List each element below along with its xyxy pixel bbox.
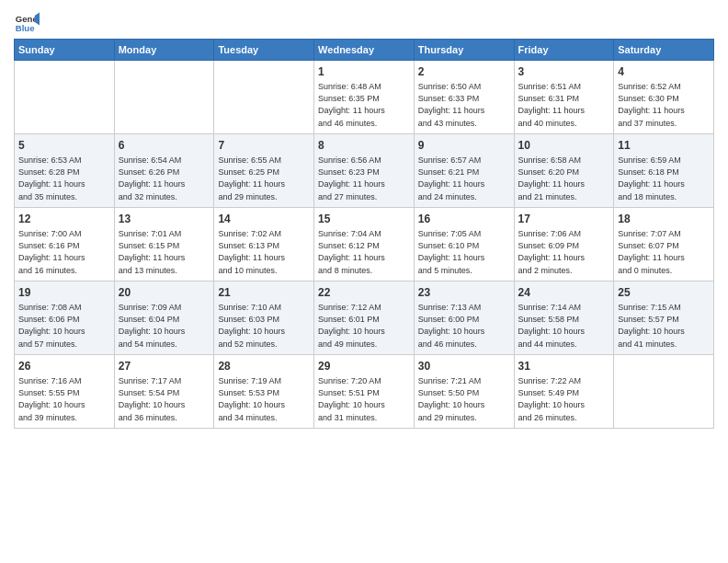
weekday-header-wednesday: Wednesday bbox=[314, 40, 415, 61]
day-cell: 31Sunrise: 7:22 AMSunset: 5:49 PMDayligh… bbox=[514, 355, 614, 429]
day-info: Sunrise: 7:02 AM bbox=[218, 228, 310, 240]
day-info: Sunset: 6:15 PM bbox=[119, 240, 210, 252]
day-info: and 29 minutes. bbox=[218, 191, 310, 203]
day-info: and 46 minutes. bbox=[418, 339, 510, 350]
day-cell: 15Sunrise: 7:04 AMSunset: 6:12 PMDayligh… bbox=[314, 208, 415, 282]
day-info: and 39 minutes. bbox=[18, 412, 110, 424]
day-info: Daylight: 10 hours bbox=[18, 399, 110, 411]
day-info: Daylight: 11 hours bbox=[418, 178, 510, 190]
day-cell: 11Sunrise: 6:59 AMSunset: 6:18 PMDayligh… bbox=[614, 134, 714, 208]
day-cell: 2Sunrise: 6:50 AMSunset: 6:33 PMDaylight… bbox=[414, 61, 514, 134]
logo: General Blue bbox=[14, 9, 40, 35]
day-number: 17 bbox=[518, 212, 610, 227]
day-info: and 2 minutes. bbox=[518, 265, 610, 277]
day-info: and 24 minutes. bbox=[418, 191, 510, 203]
day-info: Daylight: 10 hours bbox=[318, 326, 410, 338]
day-info: Sunrise: 7:19 AM bbox=[218, 375, 310, 387]
day-number: 7 bbox=[218, 138, 310, 154]
day-info: and 13 minutes. bbox=[119, 265, 210, 277]
day-info: Daylight: 10 hours bbox=[218, 326, 310, 338]
day-cell: 23Sunrise: 7:13 AMSunset: 6:00 PMDayligh… bbox=[414, 282, 514, 355]
day-number: 20 bbox=[119, 285, 210, 301]
day-info: and 36 minutes. bbox=[119, 412, 210, 424]
day-number: 24 bbox=[518, 285, 610, 301]
day-cell: 17Sunrise: 7:06 AMSunset: 6:09 PMDayligh… bbox=[514, 208, 614, 282]
day-number: 18 bbox=[618, 212, 710, 227]
day-info: and 5 minutes. bbox=[418, 265, 510, 277]
day-info: Sunrise: 7:09 AM bbox=[119, 302, 210, 314]
day-info: Daylight: 11 hours bbox=[618, 252, 710, 264]
weekday-header-sunday: Sunday bbox=[15, 40, 115, 61]
day-info: Daylight: 11 hours bbox=[318, 105, 410, 117]
day-info: Sunrise: 6:58 AM bbox=[518, 155, 610, 167]
day-info: and 46 minutes. bbox=[318, 118, 410, 130]
day-info: and 57 minutes. bbox=[18, 339, 110, 350]
day-number: 10 bbox=[518, 138, 610, 154]
day-number: 11 bbox=[618, 138, 710, 154]
day-info: Daylight: 10 hours bbox=[119, 326, 210, 338]
day-info: and 29 minutes. bbox=[418, 412, 510, 424]
day-number: 22 bbox=[318, 285, 410, 301]
calendar-container: General Blue SundayMondayTuesdayWednesda… bbox=[0, 0, 728, 433]
day-info: Sunrise: 7:04 AM bbox=[318, 228, 410, 240]
day-info: and 18 minutes. bbox=[618, 191, 710, 203]
day-cell: 8Sunrise: 6:56 AMSunset: 6:23 PMDaylight… bbox=[314, 134, 415, 208]
day-number: 19 bbox=[18, 285, 110, 301]
weekday-header-thursday: Thursday bbox=[414, 40, 514, 61]
day-info: Daylight: 10 hours bbox=[119, 399, 210, 411]
day-info: Sunset: 5:51 PM bbox=[318, 387, 410, 399]
day-info: Daylight: 11 hours bbox=[119, 178, 210, 190]
day-info: and 40 minutes. bbox=[518, 118, 610, 130]
day-info: Sunrise: 7:17 AM bbox=[119, 375, 210, 387]
day-number: 16 bbox=[418, 212, 510, 227]
day-info: Sunset: 5:55 PM bbox=[18, 387, 110, 399]
day-info: Sunset: 6:10 PM bbox=[418, 240, 510, 252]
day-info: Sunrise: 7:15 AM bbox=[618, 302, 710, 314]
day-info: Sunrise: 7:22 AM bbox=[518, 375, 610, 387]
day-info: Sunrise: 6:54 AM bbox=[119, 155, 210, 167]
day-info: Sunset: 5:50 PM bbox=[418, 387, 510, 399]
day-info: Sunset: 6:20 PM bbox=[518, 167, 610, 178]
day-cell: 18Sunrise: 7:07 AMSunset: 6:07 PMDayligh… bbox=[614, 208, 714, 282]
day-info: Daylight: 11 hours bbox=[218, 252, 310, 264]
day-number: 6 bbox=[119, 138, 210, 154]
day-cell: 3Sunrise: 6:51 AMSunset: 6:31 PMDaylight… bbox=[514, 61, 614, 134]
day-info: Daylight: 11 hours bbox=[518, 252, 610, 264]
day-info: Sunset: 6:04 PM bbox=[119, 314, 210, 326]
day-info: and 8 minutes. bbox=[318, 265, 410, 277]
day-info: Sunset: 6:26 PM bbox=[119, 167, 210, 178]
day-info: Daylight: 11 hours bbox=[318, 252, 410, 264]
weekday-header-saturday: Saturday bbox=[614, 40, 714, 61]
day-info: Daylight: 10 hours bbox=[618, 326, 710, 338]
weekday-header-row: SundayMondayTuesdayWednesdayThursdayFrid… bbox=[15, 40, 714, 61]
day-info: Daylight: 10 hours bbox=[218, 399, 310, 411]
day-info: Sunrise: 7:14 AM bbox=[518, 302, 610, 314]
day-info: Sunset: 6:03 PM bbox=[218, 314, 310, 326]
day-cell: 25Sunrise: 7:15 AMSunset: 5:57 PMDayligh… bbox=[614, 282, 714, 355]
weekday-header-friday: Friday bbox=[514, 40, 614, 61]
day-info: Sunrise: 7:07 AM bbox=[618, 228, 710, 240]
day-cell bbox=[214, 61, 314, 134]
day-info: Sunrise: 7:13 AM bbox=[418, 302, 510, 314]
day-info: Daylight: 11 hours bbox=[618, 178, 710, 190]
day-info: Sunset: 6:35 PM bbox=[318, 93, 410, 105]
day-info: Sunrise: 7:21 AM bbox=[418, 375, 510, 387]
day-info: and 49 minutes. bbox=[318, 339, 410, 350]
day-info: Daylight: 11 hours bbox=[618, 105, 710, 117]
day-number: 28 bbox=[218, 359, 310, 374]
day-info: Sunset: 5:58 PM bbox=[518, 314, 610, 326]
day-info: and 54 minutes. bbox=[119, 339, 210, 350]
day-info: Sunrise: 6:53 AM bbox=[18, 155, 110, 167]
day-info: Daylight: 11 hours bbox=[18, 252, 110, 264]
day-info: and 16 minutes. bbox=[18, 265, 110, 277]
day-info: and 32 minutes. bbox=[119, 191, 210, 203]
day-info: Sunrise: 6:51 AM bbox=[518, 81, 610, 93]
day-cell: 21Sunrise: 7:10 AMSunset: 6:03 PMDayligh… bbox=[214, 282, 314, 355]
day-info: Sunset: 5:49 PM bbox=[518, 387, 610, 399]
day-info: Daylight: 11 hours bbox=[418, 105, 510, 117]
day-info: Daylight: 11 hours bbox=[318, 178, 410, 190]
day-info: Daylight: 11 hours bbox=[119, 252, 210, 264]
day-info: Daylight: 11 hours bbox=[218, 178, 310, 190]
day-info: and 21 minutes. bbox=[518, 191, 610, 203]
day-info: and 27 minutes. bbox=[318, 191, 410, 203]
